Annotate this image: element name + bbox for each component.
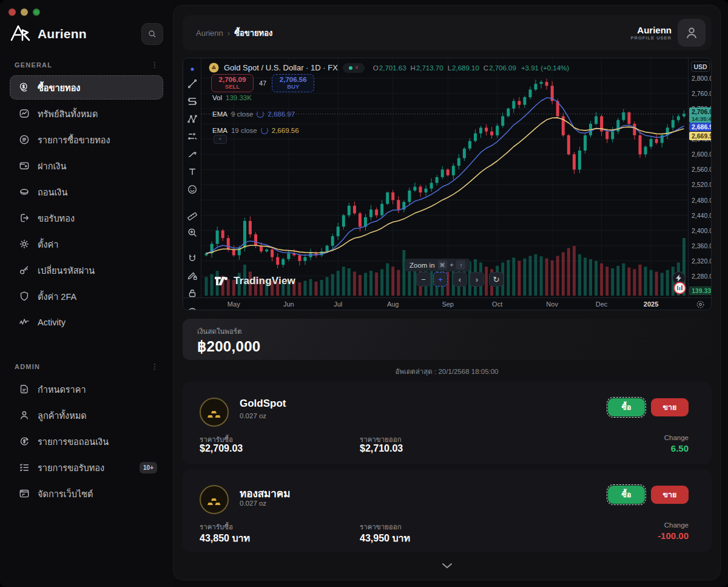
sell-button[interactable]: 2,706.09 SELL — [211, 74, 254, 92]
general-menu-icon[interactable]: ⋮ — [151, 61, 158, 69]
profile-role: PROFILE USER — [631, 35, 672, 41]
reset-chart-button[interactable]: ↻ — [489, 272, 504, 287]
forecast-tool-icon[interactable] — [186, 131, 199, 142]
tradingview-chart: Gold Spot / U.S. Dollar · 1D · FX ≡ O2,7… — [183, 58, 712, 310]
axis-settings-gear-icon[interactable] — [696, 300, 705, 310]
sidebar-item-label: รายการขอรับทอง — [38, 461, 104, 475]
sell-gold-button[interactable]: ขาย — [651, 398, 689, 416]
sidebar-item-activity[interactable]: Activity — [10, 310, 163, 334]
zoom-in-tool-icon[interactable] — [186, 227, 199, 238]
symbol-title[interactable]: Gold Spot / U.S. Dollar · 1D · FX — [224, 63, 338, 72]
scroll-right-button[interactable]: › — [470, 272, 484, 287]
ema9-legend[interactable]: EMA 9 close 2,686.97 — [212, 110, 295, 118]
ohlc-row: O2,701.63 H2,713.70 L2,689.10 C2,706.09 … — [373, 64, 569, 72]
brush-tool-icon[interactable] — [186, 149, 199, 160]
key-icon — [18, 264, 30, 276]
xabcd-pattern-tool-icon[interactable] — [186, 114, 199, 124]
admin-menu-icon[interactable]: ⋮ — [151, 362, 158, 371]
currency-button[interactable]: USD — [691, 61, 710, 72]
time-tick: Jun — [283, 300, 294, 308]
checklist-icon — [18, 461, 30, 473]
asset-name: ทองสมาคม — [240, 485, 290, 501]
sidebar-item-change-password[interactable]: เปลี่ยนรหัสผ่าน — [10, 258, 163, 282]
sidebar-item-manage-website[interactable]: จัดการเว็บไซต์ — [10, 481, 163, 506]
price-tick: 2,800.0 — [692, 75, 712, 82]
magnet-tool-icon[interactable] — [186, 253, 199, 263]
time-axis[interactable]: MayJunJulAugSepOctNovDec2025 — [183, 297, 712, 310]
sidebar-item-settings[interactable]: ตั้งค่า — [10, 232, 163, 256]
sidebar-item-gold-trade-list[interactable]: รายการซื้อขายทอง — [10, 127, 163, 152]
profile[interactable]: Aurienn PROFILE USER — [631, 19, 706, 47]
data-provider-icon[interactable] — [673, 282, 686, 294]
bar-countdown: 14:35:4 — [692, 115, 712, 123]
sidebar-item-gold-requests[interactable]: รายการขอรับทอง 10+ — [10, 455, 163, 480]
crosshair-tool-icon[interactable] — [186, 67, 199, 72]
asset-unit: 0.027 oz — [240, 412, 266, 419]
asset-card-association-gold: ทองสมาคม 0.027 oz ซื้อ ขาย ราคารับซื้อ 4… — [183, 469, 712, 552]
price-scale[interactable]: 2,800.02,760.02,720.02,680.02,640.02,600… — [688, 58, 712, 297]
text-tool-icon[interactable] — [186, 166, 199, 177]
sell-gold-button[interactable]: ขาย — [651, 486, 689, 504]
minimize-window-button[interactable] — [21, 8, 28, 16]
export-arrow-icon — [18, 212, 30, 224]
zoom-in-button[interactable]: + — [433, 272, 448, 287]
fib-retracement-tool-icon[interactable] — [186, 96, 199, 107]
ema19-legend[interactable]: EMA 19 close 2,669.56 — [212, 127, 299, 134]
volume-legend[interactable]: Vol 139.33K — [212, 94, 252, 101]
asset-name: GoldSpot — [240, 398, 286, 410]
sidebar-item-all-customers[interactable]: ลูกค้าทั้งหมด — [10, 403, 163, 427]
section-label-admin: ADMIN — [15, 363, 40, 370]
activity-icon — [18, 316, 30, 328]
tradingview-logo-icon — [215, 275, 229, 287]
sidebar: Aurienn GENERAL ⋮ ซื้อขายทอง ทรัพย์สินทั… — [0, 0, 173, 587]
main-panel: Aurienn › ซื้อขายทอง Aurienn PROFILE USE… — [173, 5, 721, 580]
buy-gold-button[interactable]: ซื้อ — [608, 486, 645, 504]
person-icon — [18, 409, 30, 421]
open-value: 2,701.63 — [379, 64, 406, 72]
emoji-tool-icon[interactable] — [186, 184, 199, 195]
scroll-left-button[interactable]: ‹ — [453, 272, 467, 287]
expand-more-button[interactable] — [174, 563, 720, 569]
zoom-out-button[interactable]: − — [416, 272, 431, 287]
sidebar-item-withdraw[interactable]: ถอนเงิน — [10, 180, 163, 204]
asset-unit: 0.027 oz — [240, 500, 266, 507]
buy-button[interactable]: 2,706.56 BUY — [272, 74, 314, 92]
ema19-value: 2,669.56 — [272, 127, 299, 134]
tradingview-logo[interactable]: TradingView — [215, 275, 295, 287]
market-status-pill[interactable]: ≡ — [343, 63, 365, 73]
sidebar-item-deposit[interactable]: ฝากเงิน — [10, 154, 163, 178]
list-circle-icon — [18, 134, 30, 146]
search-button[interactable] — [141, 23, 163, 45]
price-tick: 2,520.0 — [692, 181, 712, 188]
ask-value: 43,950 บาท — [360, 531, 410, 546]
price-tick: 2,440.0 — [692, 212, 712, 219]
change-value: +3.91 (+0.14%) — [521, 64, 569, 72]
sidebar-item-2fa[interactable]: ตั้งค่า 2FA — [10, 284, 163, 308]
sidebar-item-all-assets[interactable]: ทรัพย์สินทั้งหมด — [10, 101, 163, 126]
avatar[interactable] — [678, 19, 706, 47]
cmd-keycap: ⌘ — [438, 260, 447, 270]
sidebar-item-set-price[interactable]: กำหนดราคา — [10, 377, 163, 401]
buy-gold-button[interactable]: ซื้อ — [608, 398, 645, 416]
time-tick: Jul — [334, 300, 342, 308]
data-issue-icon: ≡ — [356, 66, 359, 70]
volume-axis-label: 139.33K — [689, 287, 712, 295]
sidebar-item-buy-sell-gold[interactable]: ซื้อขายทอง — [10, 75, 163, 100]
sidebar-item-label: ตั้งค่า — [38, 237, 58, 251]
symbol-row: Gold Spot / U.S. Dollar · 1D · FX ≡ O2,7… — [209, 63, 569, 73]
sidebar-item-request-gold[interactable]: ขอรับทอง — [10, 206, 163, 230]
volume-value: 139.33K — [226, 94, 252, 101]
breadcrumb-root[interactable]: Aurienn — [196, 29, 223, 38]
trend-line-tool-icon[interactable] — [186, 78, 199, 89]
ema9-axis-label: 2,686.9 — [689, 123, 712, 131]
wallet-icon — [18, 160, 30, 172]
drawing-lock-icon[interactable] — [186, 270, 199, 281]
sidebar-item-label: กำหนดราคา — [38, 382, 86, 396]
collapse-legend-button[interactable]: ^ — [214, 135, 227, 144]
zoom-window-button[interactable] — [33, 8, 40, 16]
sell-price: 2,706.09 — [219, 76, 246, 83]
sidebar-item-label: ขอรับทอง — [38, 211, 75, 225]
close-window-button[interactable] — [8, 8, 16, 16]
sidebar-item-withdraw-requests[interactable]: รายการขอถอนเงิน — [10, 429, 163, 453]
measure-tool-icon[interactable] — [186, 209, 199, 220]
